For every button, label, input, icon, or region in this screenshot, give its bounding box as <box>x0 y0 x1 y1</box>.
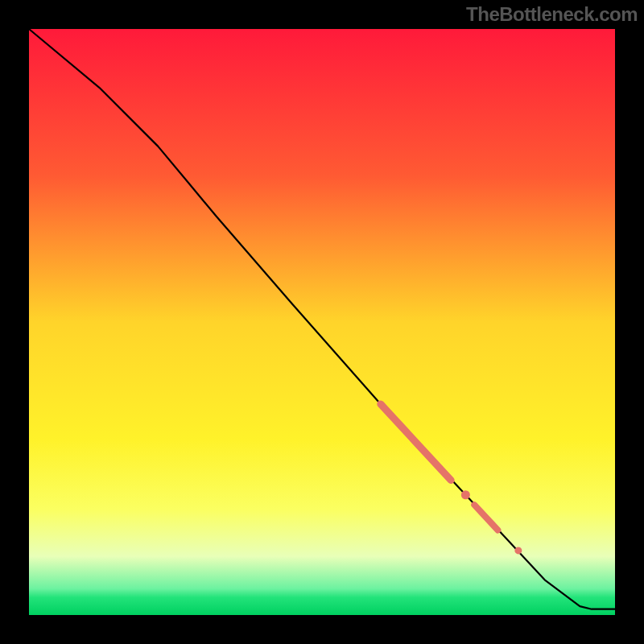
chart-frame: TheBottleneck.com <box>0 0 644 644</box>
watermark-text: TheBottleneck.com <box>466 3 638 26</box>
highlight-dot-2 <box>514 547 522 554</box>
plot-background <box>29 29 615 615</box>
highlight-dot-1 <box>461 490 470 499</box>
bottleneck-chart <box>0 0 644 644</box>
